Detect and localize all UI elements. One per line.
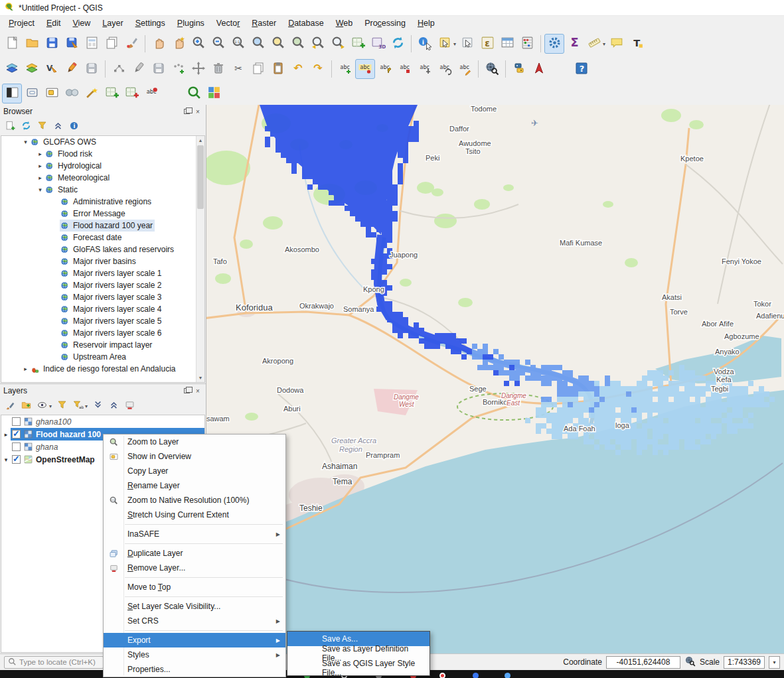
remove-layer-group-button[interactable] bbox=[122, 399, 137, 413]
show-layout-manager-button[interactable] bbox=[102, 34, 121, 54]
browser-float-button[interactable] bbox=[182, 107, 191, 115]
layer-visibility-checkbox[interactable] bbox=[12, 455, 21, 464]
browser-item-reservoir-impact-layer[interactable]: Reservoir impact layer bbox=[1, 339, 196, 351]
taskbar-icon[interactable] bbox=[473, 673, 479, 678]
vertex-tool-button[interactable] bbox=[109, 59, 129, 79]
submenu-save-as-qgis-layer-style-file[interactable]: Save as QGIS Layer Style File... bbox=[287, 661, 430, 675]
context-duplicate-layer[interactable]: Duplicate Layer bbox=[104, 546, 285, 561]
scroll-up-icon[interactable]: ▲ bbox=[196, 136, 204, 145]
select-features-dropdown-icon[interactable]: ▾ bbox=[453, 41, 456, 47]
identify-features-button[interactable]: i bbox=[415, 34, 435, 54]
toggle-editing-button[interactable] bbox=[62, 59, 82, 79]
layers-float-button[interactable] bbox=[182, 387, 191, 395]
select-features-button[interactable] bbox=[435, 34, 455, 54]
menu-raster[interactable]: Raster bbox=[246, 17, 282, 29]
zoom-to-selection-button[interactable] bbox=[268, 34, 288, 54]
taskbar-icon[interactable] bbox=[439, 673, 445, 678]
open-project-button[interactable] bbox=[22, 34, 42, 54]
context-copy-layer[interactable]: Copy Layer bbox=[104, 464, 285, 478]
browser-item-upstream-area[interactable]: Upstream Area bbox=[1, 351, 196, 363]
context-export[interactable]: Export▶ bbox=[104, 633, 285, 647]
expand-all-button[interactable] bbox=[90, 399, 105, 413]
browser-item-flood-risk[interactable]: ▸Flood risk bbox=[1, 148, 196, 160]
zoom-out-button[interactable] bbox=[208, 34, 228, 54]
inasafe-wizard-button[interactable]: ★ bbox=[82, 84, 102, 103]
current-edits-button[interactable] bbox=[129, 59, 149, 79]
text-annotation-button[interactable]: T bbox=[627, 34, 647, 54]
inasafe-analysis-area-button[interactable] bbox=[42, 84, 62, 103]
filter-by-expression-button[interactable]: ab bbox=[70, 399, 85, 413]
map-canvas[interactable]: ✈TodomeDafforAwudomeTsitoPekiKpetoeMafi … bbox=[206, 105, 784, 653]
collapse-arrow-icon[interactable]: ▾ bbox=[21, 139, 30, 145]
collapse-arrow-icon[interactable]: ▾ bbox=[36, 186, 44, 193]
cut-features-button[interactable]: ✂ bbox=[228, 59, 248, 79]
delete-selected-button[interactable] bbox=[208, 59, 228, 79]
zoom-in-button[interactable] bbox=[189, 34, 208, 54]
menu-layer[interactable]: Layer bbox=[96, 17, 129, 29]
inasafe-globes-button[interactable] bbox=[62, 84, 82, 103]
zoom-full-extent-button[interactable] bbox=[248, 34, 268, 54]
browser-item-major-rivers-layer-scale-6[interactable]: Major rivers layer scale 6 bbox=[1, 327, 196, 339]
add-label-red-button[interactable]: abc bbox=[141, 84, 161, 103]
new-project-button[interactable] bbox=[2, 34, 22, 54]
context-set-layer-scale-visibility[interactable]: Set Layer Scale Visibility... bbox=[104, 599, 285, 614]
measure-line-dropdown-icon[interactable]: ▾ bbox=[603, 41, 605, 47]
expand-arrow-icon[interactable]: ▸ bbox=[21, 366, 30, 372]
deselect-features-button[interactable] bbox=[457, 34, 477, 54]
move-feature-button[interactable] bbox=[189, 59, 208, 79]
menu-view[interactable]: View bbox=[66, 17, 96, 29]
context-stretch-using-current-extent[interactable]: Stretch Using Current Extent bbox=[104, 508, 285, 522]
context-remove-layer[interactable]: Remove Layer... bbox=[104, 561, 285, 575]
layer-row-ghana100[interactable]: ghana100 bbox=[1, 415, 204, 428]
layers-close-button[interactable]: × bbox=[193, 387, 202, 395]
show-pinned-labels-button[interactable]: abc bbox=[395, 59, 415, 79]
compass-bearing-button[interactable] bbox=[529, 59, 549, 79]
browser-item-indice-de-riesgo-forestal-en-andalucia[interactable]: ▸Indice de riesgo forestal en Andalucia bbox=[1, 363, 196, 375]
zoom-native-resolution-button[interactable]: 1:1 bbox=[228, 34, 248, 54]
map-tips-button[interactable] bbox=[607, 34, 627, 54]
collapse-all-button[interactable] bbox=[50, 119, 65, 134]
browser-item-static[interactable]: ▾Static bbox=[1, 184, 196, 196]
browser-properties-button[interactable]: i bbox=[66, 119, 81, 134]
browser-item-glofas-lakes-and-reservoirs[interactable]: GloFAS lakes and reservoirs bbox=[1, 243, 196, 255]
save-project-as-button[interactable] bbox=[62, 34, 82, 54]
context-inasafe[interactable]: InaSAFE▶ bbox=[104, 527, 285, 541]
context-properties[interactable]: Properties... bbox=[104, 662, 285, 677]
add-raster-layer-button[interactable] bbox=[22, 59, 42, 79]
change-label-button[interactable]: abc bbox=[455, 59, 475, 79]
scroll-thumb[interactable] bbox=[197, 145, 204, 209]
expand-arrow-icon[interactable]: ▸ bbox=[36, 163, 44, 169]
browser-item-flood-hazard-100-year[interactable]: Flood hazard 100 year bbox=[1, 220, 196, 232]
manage-map-themes-button[interactable] bbox=[35, 399, 49, 413]
filter-by-expression-dropdown-icon[interactable]: ▾ bbox=[85, 403, 88, 409]
menu-edit[interactable]: Edit bbox=[40, 17, 67, 29]
move-label-button[interactable]: abc bbox=[415, 59, 435, 79]
scroll-down-icon[interactable]: ▼ bbox=[196, 373, 204, 382]
measure-line-button[interactable] bbox=[584, 34, 604, 54]
browser-close-button[interactable]: × bbox=[193, 107, 202, 115]
taskbar-icon[interactable] bbox=[505, 673, 510, 678]
browser-item-major-rivers-layer-scale-5[interactable]: Major rivers layer scale 5 bbox=[1, 315, 196, 327]
layer-expand-icon[interactable]: ▾ bbox=[1, 456, 11, 463]
zoom-next-button[interactable] bbox=[328, 34, 348, 54]
context-zoom-to-layer[interactable]: Zoom to Layer bbox=[104, 435, 285, 449]
menu-processing[interactable]: Processing bbox=[358, 17, 412, 29]
context-set-crs[interactable]: Set CRS▶ bbox=[104, 614, 285, 628]
rotate-label-button[interactable]: abc bbox=[435, 59, 455, 79]
menu-settings[interactable]: Settings bbox=[129, 17, 171, 29]
refresh-browser-button[interactable] bbox=[19, 119, 33, 134]
osm-place-search-button[interactable] bbox=[482, 59, 502, 79]
collapse-all-layers-button[interactable] bbox=[106, 399, 121, 413]
browser-item-hydrological[interactable]: ▸Hydrological bbox=[1, 160, 196, 172]
add-vector-layer-button[interactable] bbox=[2, 59, 22, 79]
add-map-green-button[interactable] bbox=[102, 84, 121, 103]
add-group-button[interactable] bbox=[19, 399, 33, 413]
menu-database[interactable]: Database bbox=[282, 17, 330, 29]
undo-button[interactable]: ↶ bbox=[288, 59, 308, 79]
pin-labels-button[interactable]: abc bbox=[375, 59, 395, 79]
browser-item-meteorological[interactable]: ▸Meteorological bbox=[1, 172, 196, 184]
add-selected-layers-button[interactable] bbox=[3, 119, 17, 134]
highlight-labels-button[interactable]: abc bbox=[355, 59, 375, 79]
help-button[interactable]: ? bbox=[572, 59, 591, 79]
expand-arrow-icon[interactable]: ▸ bbox=[36, 174, 44, 181]
